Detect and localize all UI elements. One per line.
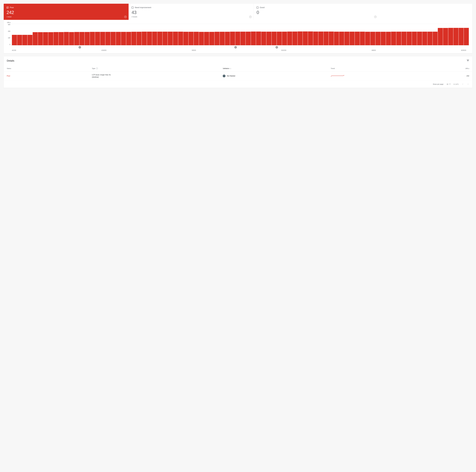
help-icon[interactable]: ?	[249, 16, 252, 18]
chart-bar	[313, 32, 318, 45]
chart-bar	[22, 35, 27, 45]
chart-bar	[28, 35, 33, 45]
chart-bar	[266, 32, 272, 45]
xtick: 4/18/20	[102, 49, 106, 51]
tile-good[interactable]: Good 0 ?	[254, 4, 378, 20]
table-row[interactable]: Poor LCP issue: longer than 4s (desktop)…	[4, 72, 472, 80]
chart-bar	[448, 28, 453, 45]
chart-bar	[401, 32, 407, 45]
chart-bar	[287, 32, 292, 45]
col-trend[interactable]: Trend	[331, 68, 422, 69]
ytick: 100	[7, 37, 10, 39]
chart-bar	[272, 32, 277, 45]
tile-need-improvement[interactable]: Need improvement 43 2 issues ?	[129, 4, 254, 20]
chart-bar	[334, 32, 339, 45]
col-type[interactable]: Type ?	[92, 68, 221, 69]
col-status[interactable]: Status	[7, 68, 91, 69]
chart-bar	[100, 32, 105, 45]
chart-bar	[303, 32, 308, 45]
chart-bar	[391, 32, 396, 45]
tile-value: 242	[7, 10, 126, 15]
exclamation-icon: !	[223, 75, 225, 77]
chart-bar	[131, 32, 136, 45]
chart-bar	[95, 32, 100, 45]
page-range: 1-1 of 1	[453, 83, 459, 85]
details-card: Details Status Type ? Validation ↓ Trend…	[4, 56, 472, 88]
rows-per-page-select[interactable]: 10	[447, 83, 451, 85]
chart-bar	[74, 32, 79, 45]
col-urls[interactable]: URLs	[424, 68, 469, 69]
chart-bar	[80, 32, 85, 45]
chart-bar	[412, 32, 417, 45]
chart-bar	[240, 32, 245, 45]
chart-bar	[48, 32, 53, 45]
chart-plot: 114	[11, 24, 469, 45]
chart-bar	[204, 32, 209, 45]
chart-bar	[282, 32, 287, 45]
chart-bar	[365, 32, 370, 45]
chart-bar	[69, 32, 74, 45]
chart-bar	[17, 35, 22, 45]
chart-bar	[360, 32, 365, 45]
chart-bar	[64, 32, 69, 45]
chart-bar	[168, 32, 173, 45]
chart-marker[interactable]: 1	[234, 46, 237, 49]
chart-bar	[90, 32, 95, 45]
chart-bar	[59, 32, 64, 45]
chart-bar	[344, 32, 349, 45]
chart-xaxis: 4/1/20 4/18/20 5/5/20 5/22/20 6/8/20 6/2…	[11, 49, 469, 51]
ytick: 200	[7, 30, 10, 32]
chart-marker[interactable]: 4	[275, 46, 278, 49]
filter-icon[interactable]	[467, 60, 469, 62]
chart-bar	[183, 32, 188, 45]
chart-bar	[370, 32, 375, 45]
checkbox-icon	[132, 7, 134, 9]
row-trend	[331, 74, 422, 77]
row-status: Poor	[7, 75, 91, 77]
col-validation[interactable]: Validation ↓	[223, 67, 330, 70]
chart-bar	[386, 32, 391, 45]
chart-marker[interactable]: 1	[79, 46, 81, 49]
chart-bar	[308, 32, 313, 45]
chart-bar	[194, 32, 199, 45]
chart-bar	[85, 32, 90, 45]
tile-poor[interactable]: Poor 242 1 issue ?	[4, 4, 129, 20]
chart-ylabel: URLs	[7, 22, 469, 23]
help-icon[interactable]: ?	[374, 16, 376, 18]
chart-bar	[318, 32, 323, 45]
chart-bar	[256, 32, 261, 45]
checkbox-icon	[256, 7, 258, 9]
tile-value: 43	[132, 10, 251, 15]
help-icon[interactable]: ?	[96, 68, 98, 69]
tile-sub: 1 issue	[7, 16, 126, 18]
chart-bar	[355, 32, 360, 45]
help-icon[interactable]: ?	[124, 16, 127, 18]
chart-bar	[105, 32, 110, 45]
chart-bar	[235, 32, 240, 45]
chart-bar	[142, 32, 147, 45]
checkbox-icon	[7, 7, 9, 9]
chart-bar	[422, 32, 427, 45]
row-validation: ! Not Started	[223, 75, 330, 77]
chart-bar	[43, 32, 48, 45]
chart-bar	[298, 32, 303, 45]
chart-bar	[438, 28, 443, 45]
details-title: Details	[7, 59, 14, 62]
ytick: 0	[7, 44, 10, 45]
chevron-down-icon	[449, 84, 451, 85]
chart-bar	[329, 32, 334, 45]
chart-bar	[277, 32, 282, 45]
chart-bar	[292, 32, 297, 45]
chart-bar	[464, 28, 469, 45]
tile-label: Poor	[10, 6, 14, 9]
chart-bar	[427, 32, 432, 45]
rows-per-page-label: Rows per page:	[433, 83, 444, 85]
chart-bar	[121, 32, 126, 45]
prev-page-button[interactable]: ‹	[461, 82, 464, 86]
next-page-button[interactable]: ›	[467, 82, 469, 86]
chart-bar	[433, 32, 438, 45]
chart-bar	[163, 32, 168, 45]
tile-sub: 2 issues	[132, 16, 251, 18]
row-type: LCP issue: longer than 4s (desktop)	[92, 74, 112, 78]
pager: Rows per page: 10 1-1 of 1 ‹ ›	[4, 80, 472, 88]
